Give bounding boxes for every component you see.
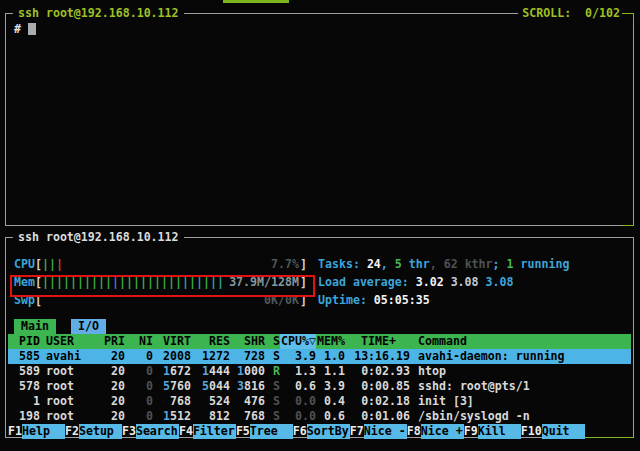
- cell-cmd: /sbin/syslogd -n: [410, 409, 631, 424]
- cell-cpu: 1.3: [280, 364, 316, 379]
- thousands-digit: 1: [237, 364, 244, 378]
- cell-ni: 0: [125, 364, 153, 379]
- prompt-line[interactable]: #: [14, 22, 36, 37]
- cell-virt: 2008: [153, 349, 191, 364]
- meter-tick: |: [196, 275, 203, 289]
- load-average-stat: Load average: 3.02 3.08 3.08: [318, 273, 513, 291]
- cell-shr: 768: [230, 409, 265, 424]
- process-row[interactable]: 1root200768524476S0.00.40:02.18init [3]: [8, 394, 631, 409]
- process-table: 585avahi20020081272728S3.91.013:16.19ava…: [8, 349, 631, 424]
- meter-tick: |: [168, 275, 175, 289]
- tab-i-o[interactable]: I/O: [71, 319, 106, 334]
- fkey-label-sortby[interactable]: SortBy: [307, 424, 350, 439]
- fkey-f8[interactable]: F8: [407, 424, 421, 439]
- bottom-pane[interactable]: ssh root@192.168.10.112 CPU[|||7.7%] Mem…: [5, 237, 634, 438]
- meter-tick: |: [182, 275, 189, 289]
- meter-tick: |: [154, 275, 161, 289]
- fkey-f3[interactable]: F3: [122, 424, 136, 439]
- stat-segment: ;: [493, 257, 507, 272]
- column-header-pid[interactable]: PID: [8, 334, 40, 349]
- process-row[interactable]: 589root200167214441000R1.31.10:02.93htop: [8, 364, 631, 379]
- fkey-label-help[interactable]: Help: [22, 424, 65, 439]
- fkey-f9[interactable]: F9: [464, 424, 478, 439]
- fkey-label-nice-[interactable]: Nice -: [364, 424, 407, 439]
- cell-user: root: [40, 409, 104, 424]
- thousands-digit: 3: [237, 379, 244, 393]
- scroll-indicator: SCROLL: 0/102: [518, 6, 624, 21]
- cell-cpu: 3.9: [280, 349, 316, 364]
- cell-mem: 3.9: [316, 379, 345, 394]
- swap-meter-label: Swp: [14, 293, 35, 308]
- cell-shr: 3816: [230, 379, 265, 394]
- cell-mem: 1.0: [316, 349, 345, 364]
- column-header-cmd[interactable]: Command: [410, 334, 631, 349]
- cell-ni: 0: [125, 379, 153, 394]
- column-header-pri[interactable]: PRI: [104, 334, 125, 349]
- column-header-user[interactable]: USER: [40, 334, 104, 349]
- fkey-f5[interactable]: F5: [236, 424, 250, 439]
- cell-pid: 585: [8, 349, 40, 364]
- pane-corner-accent: [622, 13, 634, 23]
- cell-time: 0:01.06: [345, 409, 410, 424]
- thousands-digit: 1: [202, 364, 209, 378]
- meter-tick: |: [133, 275, 140, 289]
- cell-res: 5044: [191, 379, 230, 394]
- stat-segment: 5: [395, 257, 402, 272]
- fkey-label-kill[interactable]: Kill: [478, 424, 521, 439]
- meter-tick: |: [210, 275, 217, 289]
- tab-main[interactable]: Main: [14, 319, 56, 334]
- column-header-virt[interactable]: VIRT: [153, 334, 191, 349]
- cell-user: root: [40, 379, 104, 394]
- fkey-f2[interactable]: F2: [65, 424, 79, 439]
- cpu-meter: CPU[|||7.7%]: [14, 255, 307, 273]
- column-header-time[interactable]: TIME+: [345, 334, 410, 349]
- pane-title: ssh root@192.168.10.112: [13, 230, 184, 245]
- function-key-bar: F1HelpF2SetupF3SearchF4FilterF5TreeF6Sor…: [8, 424, 631, 439]
- cell-pri: 20: [104, 364, 125, 379]
- cell-user: avahi: [40, 349, 104, 364]
- column-header-shr[interactable]: SHR: [230, 334, 265, 349]
- column-header-mem[interactable]: MEM%: [316, 334, 345, 349]
- top-pane[interactable]: ssh root@192.168.10.112 SCROLL: 0/102 #: [5, 13, 634, 226]
- thousands-digit: 5: [163, 379, 170, 393]
- meter-tick: |: [42, 275, 49, 289]
- thousands-digit: 5: [202, 379, 209, 393]
- cell-virt: 5760: [153, 379, 191, 394]
- process-row[interactable]: 578root200576050443816S0.63.90:00.85sshd…: [8, 379, 631, 394]
- fkey-label-tree[interactable]: Tree: [250, 424, 293, 439]
- cpu-meter-label: CPU: [14, 257, 35, 272]
- fkey-f6[interactable]: F6: [293, 424, 307, 439]
- stat-segment: running: [514, 257, 570, 272]
- thousands-digit: 1: [163, 409, 170, 423]
- fkey-label-setup[interactable]: Setup: [79, 424, 122, 439]
- fkey-label-nice-[interactable]: Nice +: [421, 424, 464, 439]
- fkey-f1[interactable]: F1: [8, 424, 22, 439]
- shell-prompt: #: [14, 22, 21, 36]
- stat-segment: 24: [367, 257, 381, 272]
- fkey-f10[interactable]: F10: [521, 424, 542, 439]
- bracket: ]: [300, 257, 307, 272]
- memory-meter: Mem[||||||||||||||||||||||||||37.9M/128M…: [14, 273, 307, 291]
- column-header-res[interactable]: RES: [191, 334, 230, 349]
- column-header-cpu[interactable]: CPU%▽: [280, 334, 316, 349]
- cell-user: root: [40, 364, 104, 379]
- fkey-f7[interactable]: F7: [350, 424, 364, 439]
- cell-s: S: [265, 394, 280, 409]
- fkey-f4[interactable]: F4: [179, 424, 193, 439]
- meter-tick: |: [217, 275, 224, 289]
- meter-tick: |: [140, 275, 147, 289]
- fkey-label-quit[interactable]: Quit: [542, 424, 585, 439]
- memory-meter-value: 37.9M/128M: [229, 275, 299, 289]
- cell-pid: 1: [8, 394, 40, 409]
- process-row[interactable]: 198root2001512812768S0.00.60:01.06/sbin/…: [8, 409, 631, 424]
- process-row[interactable]: 585avahi20020081272728S3.91.013:16.19ava…: [8, 349, 631, 364]
- column-header-s[interactable]: S: [265, 334, 280, 349]
- fkey-label-search[interactable]: Search: [136, 424, 179, 439]
- terminal-window: ssh root@192.168.10.112 SCROLL: 0/102 # …: [0, 0, 640, 451]
- fkey-label-filter[interactable]: Filter: [193, 424, 236, 439]
- column-header-ni[interactable]: NI: [125, 334, 153, 349]
- cell-time: 13:16.19: [345, 349, 410, 364]
- thousands-digit: 1: [163, 364, 170, 378]
- stat-segment: Load average:: [318, 275, 416, 290]
- stat-segment: 3.02: [416, 275, 451, 290]
